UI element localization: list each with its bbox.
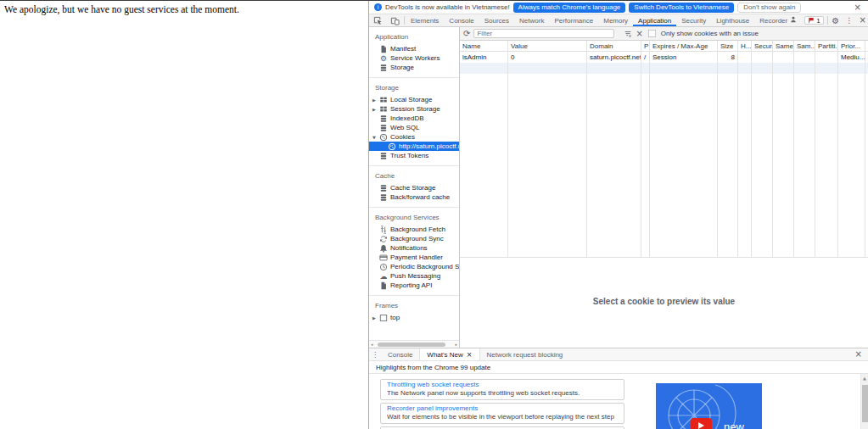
fetch-icon xyxy=(379,226,388,234)
chevron-right-icon[interactable]: ▶ xyxy=(372,315,376,320)
sidebar-item-session-storage[interactable]: ▶Session Storage xyxy=(369,104,459,114)
tab-memory[interactable]: Memory xyxy=(598,14,633,26)
only-show-issue-checkbox[interactable] xyxy=(647,30,656,38)
issue-flag-icon xyxy=(808,17,815,24)
card-title-link[interactable]: Recorder panel improvements xyxy=(387,404,618,413)
web-page-content: We apologize, but we have no guest servi… xyxy=(0,1,368,429)
drawer-scrollbar[interactable]: ▲ xyxy=(860,374,868,429)
chevron-right-icon[interactable]: ▶ xyxy=(372,107,376,112)
clear-all-cookies-icon[interactable] xyxy=(624,30,632,38)
tab-application[interactable]: Application xyxy=(633,14,676,26)
sidebar-item-http-saturn-picoctf-net-63[interactable]: http://saturn.picoctf.net:63 xyxy=(369,142,459,151)
banner-close-icon[interactable]: × xyxy=(854,3,861,12)
issues-badge[interactable]: 1 xyxy=(804,16,823,25)
switch-devtools-language-button[interactable]: Switch DevTools to Vietnamese xyxy=(629,3,734,13)
always-match-language-button[interactable]: Always match Chrome's language xyxy=(513,3,626,13)
chevron-down-icon[interactable]: ▼ xyxy=(372,135,376,140)
cloud-icon: ☁ xyxy=(379,272,388,281)
more-options-icon[interactable]: ⋮ xyxy=(843,14,856,26)
card-title-link[interactable]: Throttling web socket requests xyxy=(387,381,618,389)
drawer-tab-console[interactable]: Console xyxy=(381,348,419,360)
sidebar-item-local-storage[interactable]: ▶Local Storage xyxy=(369,95,459,104)
sidebar-item-notifications[interactable]: Notifications xyxy=(369,243,459,253)
sidebar-item-push-messaging[interactable]: ☁Push Messaging xyxy=(369,271,459,281)
sidebar-item-label: Trust Tokens xyxy=(390,152,428,159)
gear-icon: ⚙ xyxy=(379,54,388,63)
sidebar-item-web-sql[interactable]: Web SQL xyxy=(369,123,459,132)
sidebar-item-storage[interactable]: Storage xyxy=(369,63,459,72)
column-header-secure[interactable]: Secure xyxy=(752,41,773,51)
tab-label: Recorder xyxy=(759,17,787,25)
sidebar-item-top[interactable]: ▶top xyxy=(369,313,459,322)
tab-security[interactable]: Security xyxy=(676,14,711,26)
sidebar-item-cookies[interactable]: ▼Cookies xyxy=(369,132,459,142)
tab-close-icon[interactable]: × xyxy=(467,351,473,359)
column-header-prior[interactable]: Prior... xyxy=(838,41,865,51)
devtools-close-icon[interactable]: × xyxy=(856,14,868,26)
drawer-tab-what-s-new[interactable]: What's New× xyxy=(419,348,479,360)
whats-new-video-thumbnail[interactable]: new xyxy=(656,383,762,429)
cookie-cell xyxy=(773,52,794,63)
cookie-row-empty[interactable] xyxy=(460,63,868,74)
dont-show-again-button[interactable]: Don't show again xyxy=(737,3,801,13)
only-show-issue-label: Only show cookies with an issue xyxy=(661,30,759,37)
inspect-element-icon[interactable] xyxy=(369,14,386,26)
sidebar-horizontal-scrollbar[interactable]: ◂ ▸ xyxy=(369,340,459,348)
column-header-partiti[interactable]: Partiti... xyxy=(815,41,838,51)
refresh-icon[interactable]: ⟳ xyxy=(463,29,470,38)
cookie-filter-input[interactable] xyxy=(473,29,614,38)
drawer-close-icon[interactable]: × xyxy=(849,350,868,359)
sidebar-item-manifest[interactable]: Manifest xyxy=(369,44,459,53)
whats-new-panel: Highlights from the Chrome 99 update Thr… xyxy=(369,361,868,429)
tab-label: Lighthouse xyxy=(716,17,749,25)
youtube-play-icon[interactable] xyxy=(691,418,712,429)
sidebar-section-title: Cache xyxy=(369,169,459,183)
tab-performance[interactable]: Performance xyxy=(549,14,598,26)
cookie-cell xyxy=(738,63,752,74)
sidebar-item-service-workers[interactable]: ⚙Service Workers xyxy=(369,53,459,63)
sidebar-item-periodic-background-sync[interactable]: Periodic Background Sync xyxy=(369,262,459,271)
tab-elements[interactable]: Elements xyxy=(406,14,444,26)
cookie-row[interactable]: isAdmin0saturn.picoctf.net/Session8Mediu… xyxy=(460,52,868,63)
sidebar-item-indexeddb[interactable]: IndexedDB xyxy=(369,114,459,123)
scrollbar-thumb[interactable] xyxy=(378,343,445,347)
sidebar-item-cache-storage[interactable]: Cache Storage xyxy=(369,183,459,192)
device-toolbar-icon[interactable] xyxy=(386,14,403,26)
chevron-right-icon[interactable]: ▶ xyxy=(372,98,376,103)
drawer-tab-network-request-blocking[interactable]: Network request blocking xyxy=(480,348,570,360)
delete-selected-icon[interactable]: × xyxy=(636,30,642,38)
column-header-sam[interactable]: Sam... xyxy=(794,41,815,51)
column-header-size[interactable]: Size xyxy=(718,41,738,51)
column-header-name[interactable]: Name xyxy=(460,41,508,51)
sidebar-item-label: Push Messaging xyxy=(390,272,440,280)
column-header-p[interactable]: P xyxy=(641,41,650,51)
clock-icon xyxy=(379,263,388,271)
tab-console[interactable]: Console xyxy=(444,14,479,26)
sidebar-item-trust-tokens[interactable]: Trust Tokens xyxy=(369,151,459,160)
sidebar-item-back-forward-cache[interactable]: Back/forward cache xyxy=(369,192,459,202)
panel-tabs: ElementsConsoleSourcesNetworkPerformance… xyxy=(406,14,802,26)
tab-sources[interactable]: Sources xyxy=(479,14,514,26)
column-header-expires-max-age[interactable]: Expires / Max-Age xyxy=(650,41,718,51)
sidebar-item-background-sync[interactable]: Background Sync xyxy=(369,234,459,243)
sidebar-item-background-fetch[interactable]: Background Fetch xyxy=(369,225,459,234)
scroll-right-arrow-icon[interactable]: ▸ xyxy=(453,342,459,347)
column-header-value[interactable]: Value xyxy=(508,41,587,51)
cookie-cell xyxy=(815,63,838,74)
drawer-scrollbar-thumb[interactable] xyxy=(862,385,868,422)
tab-lighthouse[interactable]: Lighthouse xyxy=(711,14,754,26)
sidebar-section-title: Application xyxy=(369,30,459,44)
cookie-cell xyxy=(794,52,815,63)
sidebar-item-label: top xyxy=(390,314,400,321)
column-header-h[interactable]: H... xyxy=(738,41,752,51)
tab-recorder[interactable]: Recorder xyxy=(754,14,802,26)
drawer-menu-icon[interactable]: ⋮ xyxy=(369,351,381,359)
scroll-up-arrow-icon[interactable]: ▲ xyxy=(861,374,868,381)
sidebar-item-reporting-api[interactable]: Reporting API xyxy=(369,281,459,290)
devtools-tabbar: ElementsConsoleSourcesNetworkPerformance… xyxy=(369,14,868,27)
sidebar-item-payment-handler[interactable]: Payment Handler xyxy=(369,253,459,262)
column-header-same[interactable]: Same.. xyxy=(773,41,794,51)
settings-gear-icon[interactable]: ⚙ xyxy=(829,14,843,26)
tab-network[interactable]: Network xyxy=(514,14,549,26)
column-header-domain[interactable]: Domain xyxy=(587,41,641,51)
